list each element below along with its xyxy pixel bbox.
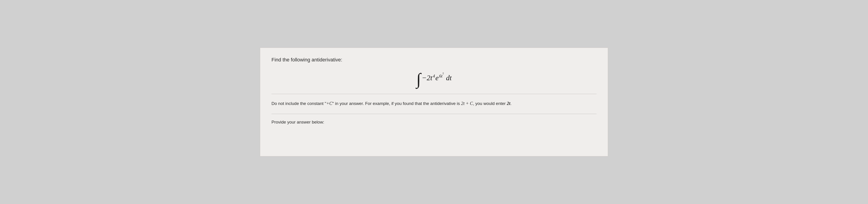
description-block: Do not include the constant "+C" in your… (272, 94, 596, 107)
euler-e: e (435, 74, 438, 82)
section-title: Find the following antiderivative: (272, 57, 596, 63)
integral-expression: − 2t 4 e 6t5 dt (422, 74, 452, 82)
example-expression: 2t + C (461, 101, 473, 106)
t-exponent: 4 (433, 74, 435, 79)
minus-sign: − (422, 74, 426, 82)
provide-answer-label: Provide your answer below: (272, 120, 596, 125)
e-exponent-5: 5 (442, 72, 444, 75)
enter-example: 2t (507, 101, 510, 106)
desc-text-middle: " in your answer. For example, if you fo… (332, 101, 461, 106)
dt: dt (446, 74, 452, 82)
integral-display: ∫ − 2t 4 e 6t5 dt (272, 70, 596, 86)
main-card: Find the following antiderivative: ∫ − 2… (260, 48, 608, 156)
desc-text-end: . (510, 101, 512, 106)
integral-symbol: ∫ (416, 71, 421, 87)
desc-text-before: Do not include the constant " (272, 101, 326, 106)
coefficient: 2t (427, 74, 432, 82)
plus-c: +C (326, 101, 332, 106)
e-exponent: 6t5 (439, 74, 444, 79)
desc-text-after: , you would enter (473, 101, 507, 106)
divider (272, 114, 596, 114)
